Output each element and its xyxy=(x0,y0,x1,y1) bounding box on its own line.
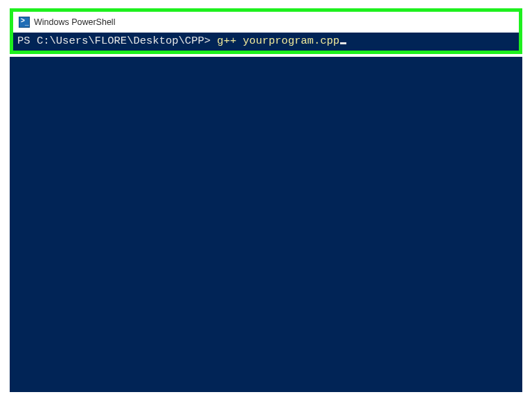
text-cursor xyxy=(340,42,346,44)
window-container: Windows PowerShell PS C:\Users\FLORE\Des… xyxy=(0,0,532,399)
terminal-line[interactable]: PS C:\Users\FLORE\Desktop\CPP> g++ yourp… xyxy=(13,33,519,51)
command-text: g++ yourprogram.cpp xyxy=(217,35,339,47)
title-bar[interactable]: Windows PowerShell xyxy=(13,12,519,33)
window-title: Windows PowerShell xyxy=(34,17,115,27)
annotation-highlight: Windows PowerShell PS C:\Users\FLORE\Des… xyxy=(10,8,522,54)
terminal-body[interactable] xyxy=(10,57,522,392)
powershell-icon xyxy=(19,17,30,28)
prompt-text: PS C:\Users\FLORE\Desktop\CPP> xyxy=(17,35,217,47)
